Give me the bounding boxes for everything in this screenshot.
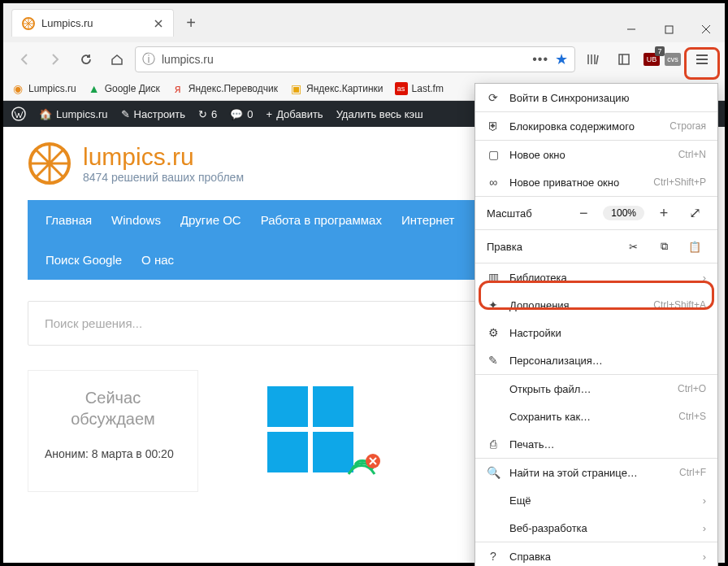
chevron-right-icon: › — [703, 551, 706, 563]
article-thumbnail[interactable] — [223, 370, 410, 492]
toolbar: ⓘ lumpics.ru ••• ★ UB 7 cvs — [3, 42, 725, 76]
wp-site[interactable]: 🏠 Lumpics.ru — [39, 108, 108, 120]
site-logo-icon — [28, 142, 72, 185]
svg-rect-5 — [267, 386, 308, 427]
chevron-right-icon: › — [703, 272, 706, 284]
discuss-card: Сейчас обсуждаем Аноним: 8 марта в 00:20 — [28, 370, 198, 492]
url-text: lumpics.ru — [162, 53, 526, 66]
help-icon: ? — [487, 550, 500, 563]
tab-title: Lumpics.ru — [41, 17, 145, 29]
wp-comments[interactable]: 💬 0 — [230, 108, 253, 120]
tab-active[interactable]: Lumpics.ru — [11, 9, 174, 37]
sync-icon: ⟳ — [487, 91, 500, 104]
nav-item[interactable]: Работа в программах — [261, 213, 382, 227]
tab-close-button[interactable] — [152, 17, 165, 30]
bookmark-star-icon[interactable]: ★ — [555, 50, 568, 68]
back-button[interactable] — [11, 46, 37, 72]
zoom-in-button[interactable]: + — [652, 202, 675, 224]
svg-rect-1 — [665, 26, 673, 33]
puzzle-icon: ✦ — [487, 298, 500, 311]
titlebar: Lumpics.ru + — [3, 3, 725, 42]
library-icon[interactable] — [580, 46, 606, 72]
tab-favicon — [22, 17, 35, 30]
menu-settings[interactable]: ⚙Настройки — [475, 319, 717, 346]
wp-add[interactable]: + Добавить — [266, 108, 323, 120]
bookmark-item[interactable]: яЯндекс.Переводчик — [171, 82, 278, 95]
menu-content-blocking[interactable]: ⛨Блокировка содержимогоСтрогая — [475, 112, 717, 140]
gear-icon: ⚙ — [487, 326, 500, 339]
fullscreen-button[interactable]: ⤢ — [683, 202, 706, 224]
window-maximize-button[interactable] — [650, 16, 687, 42]
wp-customize[interactable]: ✎ Настроить — [121, 108, 186, 120]
cut-button[interactable]: ✂ — [622, 236, 644, 257]
menu-private-window[interactable]: ∞Новое приватное окноCtrl+Shift+P — [475, 168, 717, 196]
nav-item[interactable]: Windows — [111, 213, 161, 227]
window-icon: ▢ — [487, 148, 500, 161]
paste-button[interactable]: 📋 — [683, 236, 706, 257]
menu-library[interactable]: ▥Библиотека› — [475, 263, 717, 291]
svg-rect-2 — [619, 54, 629, 64]
menu-sync[interactable]: ⟳Войти в Синхронизацию — [475, 84, 717, 111]
page-actions-icon[interactable]: ••• — [532, 52, 548, 67]
window-close-button[interactable] — [687, 16, 725, 42]
discuss-entry[interactable]: Аноним: 8 марта в 00:20 — [45, 447, 181, 460]
nav-item[interactable]: О нас — [141, 253, 174, 267]
chevron-right-icon: › — [703, 494, 706, 507]
menu-open-file[interactable]: Открыть файл…Ctrl+O — [475, 375, 717, 403]
nav-item[interactable]: Другие ОС — [180, 213, 241, 227]
chevron-right-icon: › — [703, 522, 706, 534]
zoom-value: 100% — [603, 206, 644, 220]
menu-zoom: Масштаб − 100% + ⤢ — [475, 197, 717, 229]
discuss-title: Сейчас обсуждаем — [45, 387, 181, 429]
bookmark-item[interactable]: ◉Lumpics.ru — [11, 82, 76, 95]
wp-logo[interactable] — [11, 107, 26, 121]
menu-addons[interactable]: ✦ДополненияCtrl+Shift+A — [475, 291, 717, 319]
bookmark-item[interactable]: ▲Google Диск — [88, 82, 160, 95]
nav-item[interactable]: Главная — [46, 213, 92, 227]
copy-button[interactable]: ⧉ — [652, 236, 675, 257]
app-menu: ⟳Войти в Синхронизацию ⛨Блокировка содер… — [474, 83, 718, 566]
site-name: lumpics.ru — [83, 143, 244, 171]
library-icon: ▥ — [487, 271, 500, 284]
zoom-out-button[interactable]: − — [572, 202, 595, 224]
menu-personalize[interactable]: ✎Персонализация… — [475, 346, 717, 374]
paint-icon: ✎ — [487, 354, 500, 367]
wp-updates[interactable]: ↻ 6 — [198, 108, 217, 120]
window-minimize-button[interactable] — [613, 16, 650, 42]
new-tab-button[interactable]: + — [179, 11, 203, 35]
sidebar-icon[interactable] — [611, 46, 637, 72]
bookmark-item[interactable]: ▣Яндекс.Картинки — [289, 82, 384, 95]
mask-icon: ∞ — [487, 176, 500, 189]
print-icon: ⎙ — [487, 438, 500, 451]
home-button[interactable] — [104, 46, 130, 72]
shield-icon: ⛨ — [487, 120, 500, 133]
nav-item[interactable]: Интернет — [401, 213, 454, 227]
menu-print[interactable]: ⎙Печать… — [475, 430, 717, 458]
svg-rect-6 — [313, 386, 353, 427]
svg-rect-7 — [267, 432, 308, 472]
site-tagline: 8474 решений ваших проблем — [83, 171, 244, 184]
reload-button[interactable] — [73, 46, 99, 72]
menu-webdev[interactable]: Веб-разработка› — [475, 514, 717, 542]
bookmark-item[interactable]: asLast.fm — [395, 82, 444, 95]
nav-item[interactable]: Поиск Google — [46, 253, 122, 267]
ublock-icon[interactable]: UB 7 — [642, 50, 661, 69]
menu-find[interactable]: 🔍Найти на этой странице…Ctrl+F — [475, 459, 717, 486]
forward-button[interactable] — [42, 46, 68, 72]
menu-more[interactable]: Ещё› — [475, 486, 717, 514]
menu-save-as[interactable]: Сохранить как…Ctrl+S — [475, 403, 717, 430]
site-info-icon[interactable]: ⓘ — [142, 51, 155, 68]
wp-purge-cache[interactable]: Удалить весь кэш — [336, 108, 423, 120]
menu-edit: Правка ✂ ⧉ 📋 — [475, 230, 717, 263]
menu-new-window[interactable]: ▢Новое окноCtrl+N — [475, 141, 717, 168]
url-bar[interactable]: ⓘ lumpics.ru ••• ★ — [135, 46, 575, 72]
menu-help[interactable]: ?Справка› — [475, 542, 717, 566]
search-icon: 🔍 — [487, 466, 500, 479]
extension-icon[interactable]: cvs — [663, 50, 682, 69]
svg-rect-8 — [313, 432, 353, 472]
hamburger-menu-button[interactable] — [687, 46, 717, 72]
